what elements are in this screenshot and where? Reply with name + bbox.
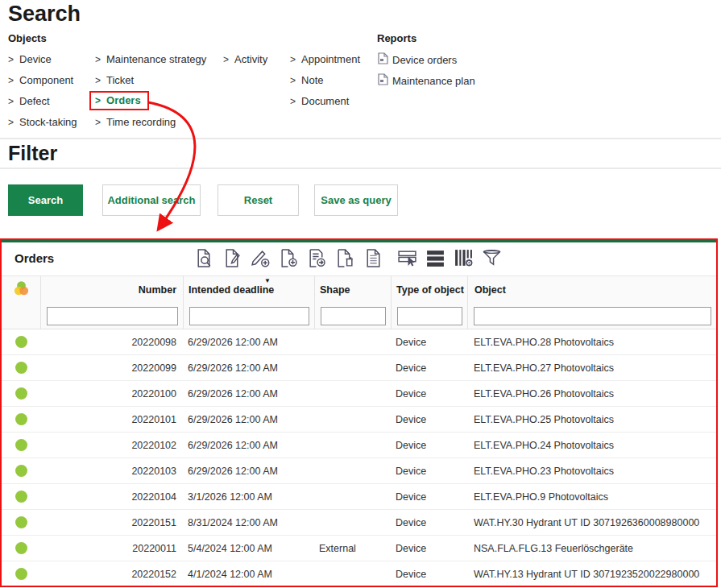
link-label: Appointment bbox=[301, 53, 360, 65]
column-header-shape[interactable]: Shape bbox=[314, 276, 391, 303]
link-label: Document bbox=[301, 95, 349, 107]
link-time-recording[interactable]: >Time recording bbox=[95, 116, 176, 128]
report-document-icon bbox=[377, 52, 388, 67]
save-as-query-button[interactable]: Save as query bbox=[314, 184, 398, 216]
column-header-object[interactable]: Object bbox=[467, 276, 716, 303]
status-cell bbox=[2, 413, 40, 425]
filter-title: Filter bbox=[8, 142, 57, 165]
status-cell bbox=[2, 362, 40, 374]
link-orders-highlighted[interactable]: >Orders bbox=[89, 91, 149, 110]
column-header-number[interactable]: Number bbox=[40, 276, 183, 303]
status-dot-green bbox=[15, 439, 27, 451]
search-button[interactable]: Search bbox=[8, 184, 83, 216]
filter-icon[interactable] bbox=[481, 247, 503, 269]
link-appointment[interactable]: >Appointment bbox=[290, 53, 360, 65]
link-defect[interactable]: >Defect bbox=[8, 95, 50, 107]
link-device[interactable]: >Device bbox=[8, 53, 52, 65]
link-device-orders-report[interactable]: Device orders bbox=[377, 52, 457, 67]
link-stock-taking[interactable]: >Stock-taking bbox=[8, 116, 77, 128]
cell-number: 20220100 bbox=[40, 388, 183, 400]
cell-type: Device bbox=[391, 517, 467, 528]
link-maintenance-plan-report[interactable]: Maintenance plan bbox=[377, 73, 475, 88]
filter-cell-type bbox=[391, 303, 467, 329]
cell-object: ELT.EVA.PHO.26 Photovoltaics bbox=[467, 388, 716, 400]
reset-button[interactable]: Reset bbox=[218, 184, 299, 216]
cell-number: 20220101 bbox=[40, 414, 183, 425]
status-cell bbox=[2, 465, 40, 477]
status-cell bbox=[2, 439, 40, 451]
status-cell bbox=[2, 336, 40, 348]
edit-icon[interactable] bbox=[222, 247, 243, 269]
cell-number: 20220102 bbox=[40, 440, 183, 451]
link-maintenance-strategy[interactable]: >Maintenance strategy bbox=[95, 53, 206, 65]
cell-number: 20220098 bbox=[40, 337, 183, 348]
column-header-label: Object bbox=[474, 284, 506, 296]
link-label: Stock-taking bbox=[19, 116, 77, 128]
delete-icon[interactable] bbox=[334, 247, 356, 269]
chevron-icon: > bbox=[95, 54, 101, 65]
divider bbox=[0, 138, 721, 139]
cell-deadline: 5/4/2024 12:00 AM bbox=[183, 543, 314, 554]
export-icon[interactable] bbox=[306, 247, 328, 269]
status-cell bbox=[2, 387, 40, 400]
preview-icon[interactable] bbox=[193, 247, 215, 269]
chevron-icon: > bbox=[223, 54, 229, 65]
cell-deadline: 4/1/2024 12:00 AM bbox=[183, 569, 314, 580]
list-view-icon[interactable] bbox=[425, 247, 446, 269]
table-row[interactable]: 20220151 8/31/2024 12:00 AM Device WAT.H… bbox=[2, 510, 716, 536]
table-row[interactable]: 20220104 3/1/2026 12:00 AM Device ELT.EV… bbox=[2, 484, 716, 510]
chevron-icon: > bbox=[290, 96, 296, 107]
chevron-icon: > bbox=[290, 75, 296, 86]
page-title: Search bbox=[8, 2, 81, 27]
table-row[interactable]: 20220101 6/29/2026 12:00 AM Device ELT.E… bbox=[2, 407, 716, 433]
traffic-light-icon bbox=[12, 280, 31, 300]
link-label: Ticket bbox=[106, 74, 134, 86]
status-column-header[interactable] bbox=[2, 276, 40, 303]
number-filter-input[interactable] bbox=[47, 307, 178, 325]
additional-search-button[interactable]: Additional search bbox=[102, 184, 201, 216]
link-label: Defect bbox=[19, 95, 50, 107]
table-row[interactable]: 20220102 6/29/2026 12:00 AM Device ELT.E… bbox=[2, 433, 716, 458]
orders-panel-header: Orders bbox=[2, 242, 716, 275]
link-component[interactable]: >Component bbox=[8, 74, 73, 86]
shape-filter-input[interactable] bbox=[321, 307, 386, 325]
column-header-label: Type of object bbox=[396, 284, 464, 296]
cell-number: 20220099 bbox=[40, 362, 183, 374]
link-activity[interactable]: >Activity bbox=[223, 53, 267, 65]
cell-type: Device bbox=[391, 440, 467, 451]
sort-descending-icon: ▼ bbox=[264, 277, 271, 284]
type-filter-input[interactable] bbox=[397, 307, 462, 325]
link-note[interactable]: >Note bbox=[290, 74, 323, 86]
cell-type: Device bbox=[391, 466, 467, 477]
status-dot-green bbox=[15, 491, 27, 503]
chevron-icon: > bbox=[8, 54, 14, 65]
report-icon[interactable] bbox=[363, 247, 384, 269]
table-row[interactable]: 20220103 6/29/2026 12:00 AM Device ELT.E… bbox=[2, 458, 716, 484]
link-document[interactable]: >Document bbox=[290, 95, 349, 107]
link-label: Device bbox=[19, 53, 52, 65]
table-row[interactable]: 20220098 6/29/2026 12:00 AM Device ELT.E… bbox=[2, 329, 716, 355]
column-header-intended-deadline[interactable]: Intended deadline ▼ bbox=[183, 276, 314, 303]
table-header-row: Number Intended deadline ▼ Shape Type of… bbox=[2, 275, 716, 303]
status-dot-green bbox=[15, 362, 27, 374]
cell-shape: External bbox=[314, 543, 391, 554]
deadline-filter-input[interactable] bbox=[189, 307, 309, 325]
column-settings-icon[interactable] bbox=[453, 247, 474, 269]
link-ticket[interactable]: >Ticket bbox=[95, 74, 134, 86]
chevron-icon: > bbox=[95, 75, 101, 86]
table-row[interactable]: 20220011 5/4/2024 12:00 AM External Devi… bbox=[2, 536, 716, 561]
column-header-type-of-object[interactable]: Type of object bbox=[391, 276, 467, 303]
cell-object: WAT.HY.30 Hydrant UT ID 3071926360008980… bbox=[467, 517, 716, 528]
cell-number: 20220152 bbox=[40, 569, 183, 580]
object-filter-input[interactable] bbox=[474, 307, 711, 325]
table-row[interactable]: 20220099 6/29/2026 12:00 AM Device ELT.E… bbox=[2, 355, 716, 381]
table-row[interactable]: 20220100 6/29/2026 12:00 AM Device ELT.E… bbox=[2, 381, 716, 407]
add-icon[interactable] bbox=[250, 247, 271, 269]
cell-deadline: 6/29/2026 12:00 AM bbox=[183, 440, 314, 451]
table-row[interactable]: 20220152 4/1/2024 12:00 AM Device WAT.HY… bbox=[2, 561, 716, 587]
cell-object: ELT.EVA.PHO.24 Photovoltaics bbox=[467, 440, 716, 451]
cell-number: 20220151 bbox=[40, 517, 183, 528]
select-rows-icon[interactable] bbox=[396, 247, 418, 269]
new-document-icon[interactable] bbox=[278, 247, 300, 269]
status-cell bbox=[2, 542, 40, 554]
